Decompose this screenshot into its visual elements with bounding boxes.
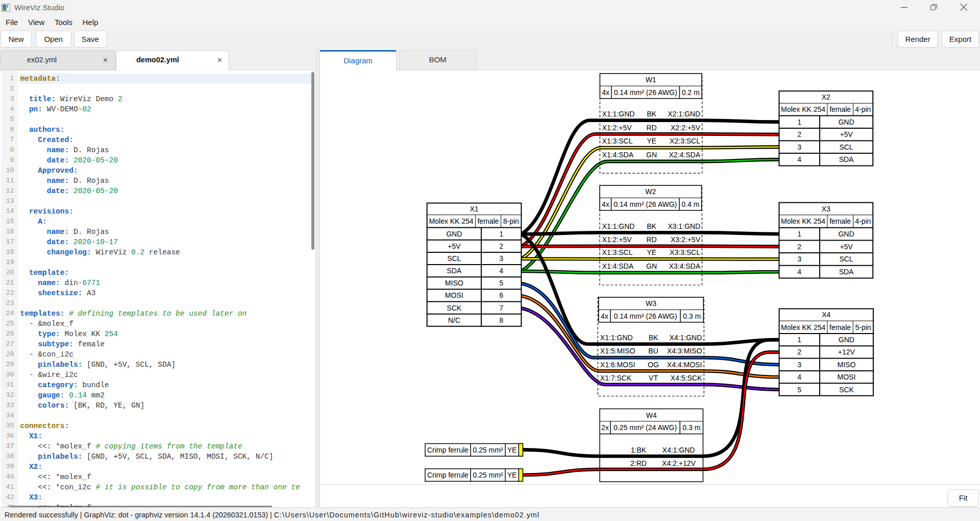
svg-text:0.14 mm² (26 AWG): 0.14 mm² (26 AWG) bbox=[614, 312, 677, 320]
svg-text:6: 6 bbox=[499, 291, 503, 299]
svg-text:0.3 m: 0.3 m bbox=[683, 312, 701, 320]
svg-text:X1:2:+5V: X1:2:+5V bbox=[602, 235, 632, 244]
svg-text:X2:3:SCL: X2:3:SCL bbox=[670, 137, 700, 145]
svg-text:X3: X3 bbox=[822, 205, 830, 213]
svg-text:VT: VT bbox=[649, 374, 658, 382]
svg-text:2x: 2x bbox=[601, 423, 609, 432]
svg-text:0.3 m: 0.3 m bbox=[682, 423, 700, 432]
svg-text:SDA: SDA bbox=[447, 267, 461, 275]
svg-text:SCL: SCL bbox=[839, 255, 853, 263]
svg-text:Molex KK 254: Molex KK 254 bbox=[781, 105, 825, 113]
svg-text:X4:1:GND: X4:1:GND bbox=[669, 334, 702, 342]
svg-text:0.14 mm² (26 AWG): 0.14 mm² (26 AWG) bbox=[614, 200, 677, 208]
svg-text:W4: W4 bbox=[646, 411, 657, 419]
svg-text:YE: YE bbox=[647, 137, 656, 145]
svg-text:YE: YE bbox=[507, 471, 517, 479]
svg-text:4: 4 bbox=[499, 267, 503, 275]
svg-text:SDA: SDA bbox=[839, 268, 854, 276]
svg-text:GND: GND bbox=[838, 118, 854, 126]
svg-text:female: female bbox=[829, 323, 851, 331]
svg-text:0.25 mm²: 0.25 mm² bbox=[473, 446, 503, 454]
svg-text:4x: 4x bbox=[601, 312, 608, 320]
svg-text:GND: GND bbox=[446, 230, 462, 238]
svg-text:W3: W3 bbox=[646, 299, 656, 307]
svg-text:2: 2 bbox=[797, 130, 801, 138]
svg-text:4-pin: 4-pin bbox=[855, 217, 871, 225]
svg-text:1: 1 bbox=[499, 230, 503, 238]
svg-text:MOSI: MOSI bbox=[445, 291, 463, 299]
svg-text:X1:3:SCL: X1:3:SCL bbox=[602, 137, 633, 145]
svg-text:female: female bbox=[477, 217, 499, 225]
svg-text:X2:4:SDA: X2:4:SDA bbox=[669, 151, 701, 159]
svg-text:female: female bbox=[829, 105, 851, 113]
svg-text:5: 5 bbox=[797, 386, 801, 394]
svg-text:X1:7:SCK: X1:7:SCK bbox=[600, 374, 632, 382]
svg-text:SDA: SDA bbox=[839, 155, 854, 163]
svg-text:GN: GN bbox=[646, 151, 657, 159]
svg-text:5: 5 bbox=[499, 279, 503, 287]
svg-text:X1: X1 bbox=[470, 205, 478, 213]
svg-text:X1:4:SDA: X1:4:SDA bbox=[602, 151, 634, 159]
svg-text:MISO: MISO bbox=[445, 279, 463, 287]
svg-text:7: 7 bbox=[499, 304, 503, 312]
svg-text:4: 4 bbox=[797, 373, 801, 381]
svg-text:Crimp ferrule: Crimp ferrule bbox=[427, 471, 469, 479]
svg-text:SCL: SCL bbox=[839, 143, 853, 151]
svg-text:0.4 m: 0.4 m bbox=[681, 200, 699, 208]
svg-text:8-pin: 8-pin bbox=[503, 217, 519, 225]
svg-text:X2:2:+5V: X2:2:+5V bbox=[671, 124, 701, 132]
svg-text:BK: BK bbox=[647, 222, 656, 230]
svg-text:1: 1 bbox=[797, 230, 801, 238]
svg-text:BK: BK bbox=[649, 334, 658, 342]
svg-text:4: 4 bbox=[797, 268, 801, 276]
svg-text:0.2 m: 0.2 m bbox=[682, 88, 700, 97]
svg-text:X3:2:+5V: X3:2:+5V bbox=[671, 235, 701, 244]
svg-text:X3:1:GND: X3:1:GND bbox=[668, 222, 700, 230]
svg-text:4: 4 bbox=[797, 155, 801, 163]
svg-text:2: 2 bbox=[499, 242, 503, 250]
svg-text:1:BK: 1:BK bbox=[631, 446, 647, 454]
svg-text:2:RD: 2:RD bbox=[630, 459, 647, 467]
svg-text:X4:1:GND: X4:1:GND bbox=[663, 446, 695, 454]
svg-text:Molex KK 254: Molex KK 254 bbox=[429, 217, 473, 225]
svg-text:2: 2 bbox=[797, 243, 801, 251]
svg-text:X4: X4 bbox=[822, 311, 830, 319]
svg-text:RD: RD bbox=[646, 124, 656, 132]
svg-text:female: female bbox=[829, 217, 851, 225]
svg-text:5-pin: 5-pin bbox=[855, 323, 871, 331]
svg-text:X1:1:GND: X1:1:GND bbox=[602, 222, 635, 230]
svg-text:4-pin: 4-pin bbox=[855, 105, 871, 113]
svg-text:X2:1:GND: X2:1:GND bbox=[668, 110, 700, 118]
svg-text:X1:6:MOSI: X1:6:MOSI bbox=[600, 361, 635, 369]
svg-text:X4:5:SCK: X4:5:SCK bbox=[671, 374, 702, 382]
svg-text:4x: 4x bbox=[602, 88, 609, 97]
svg-text:X1:2:+5V: X1:2:+5V bbox=[602, 124, 632, 132]
svg-text:RD: RD bbox=[646, 235, 656, 244]
svg-text:X1:1:GND: X1:1:GND bbox=[600, 334, 633, 342]
svg-text:MISO: MISO bbox=[838, 361, 856, 369]
svg-text:YE: YE bbox=[507, 446, 517, 454]
svg-text:3: 3 bbox=[499, 254, 503, 263]
svg-text:N/C: N/C bbox=[448, 316, 460, 324]
svg-text:GND: GND bbox=[839, 336, 854, 344]
svg-text:BU: BU bbox=[648, 347, 658, 355]
svg-text:SCK: SCK bbox=[839, 386, 854, 394]
svg-text:4x: 4x bbox=[602, 200, 609, 208]
svg-text:0.25 mm²: 0.25 mm² bbox=[473, 471, 503, 479]
svg-text:SCK: SCK bbox=[447, 304, 461, 312]
svg-text:X3:4:SDA: X3:4:SDA bbox=[669, 262, 701, 270]
svg-text:3: 3 bbox=[797, 143, 801, 151]
svg-text:OG: OG bbox=[648, 361, 659, 369]
svg-text:W2: W2 bbox=[645, 187, 656, 196]
svg-text:8: 8 bbox=[499, 316, 503, 324]
svg-text:X1:5:MISO: X1:5:MISO bbox=[600, 347, 635, 355]
svg-text:X1:4:SDA: X1:4:SDA bbox=[602, 262, 634, 270]
svg-text:X3:3:SCL: X3:3:SCL bbox=[670, 248, 700, 256]
svg-text:YE: YE bbox=[647, 248, 656, 256]
svg-text:X4:2:+12V: X4:2:+12V bbox=[662, 459, 696, 467]
svg-text:BK: BK bbox=[647, 110, 656, 118]
svg-text:X4:3:MISO: X4:3:MISO bbox=[667, 347, 702, 355]
svg-text:0.14 mm² (26 AWG): 0.14 mm² (26 AWG) bbox=[614, 88, 677, 97]
svg-text:X4:4:MOSI: X4:4:MOSI bbox=[667, 361, 702, 369]
svg-text:2: 2 bbox=[797, 348, 801, 356]
